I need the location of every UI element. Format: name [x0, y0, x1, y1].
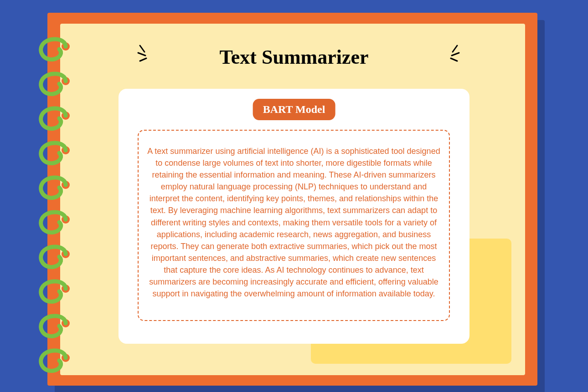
- svg-line-14: [452, 53, 459, 56]
- emphasis-lines-left-icon: [134, 42, 157, 65]
- spiral-ring-icon: [33, 71, 78, 99]
- svg-line-13: [453, 46, 457, 52]
- spiral-ring-icon: [33, 209, 78, 238]
- spiral-ring-icon: [33, 279, 78, 307]
- spiral-ring-icon: [33, 36, 78, 65]
- svg-line-12: [140, 58, 146, 61]
- svg-line-10: [140, 46, 144, 52]
- model-badge: BART Model: [253, 99, 335, 120]
- summary-box: A text summarizer using artificial intel…: [138, 130, 450, 321]
- svg-line-15: [451, 58, 457, 61]
- spiral-ring-icon: [33, 244, 78, 272]
- spiral-ring-icon: [33, 348, 78, 376]
- content-card: BART Model A text summarizer using artif…: [119, 89, 469, 344]
- spiral-ring-icon: [33, 106, 78, 134]
- spiral-ring-icon: [33, 140, 78, 168]
- svg-line-11: [138, 53, 145, 56]
- spiral-ring-icon: [33, 175, 78, 203]
- spiral-ring-icon: [33, 313, 78, 341]
- summary-text: A text summarizer using artificial intel…: [146, 145, 442, 300]
- page-title: Text Summarizer: [119, 46, 469, 69]
- emphasis-lines-right-icon: [440, 42, 463, 65]
